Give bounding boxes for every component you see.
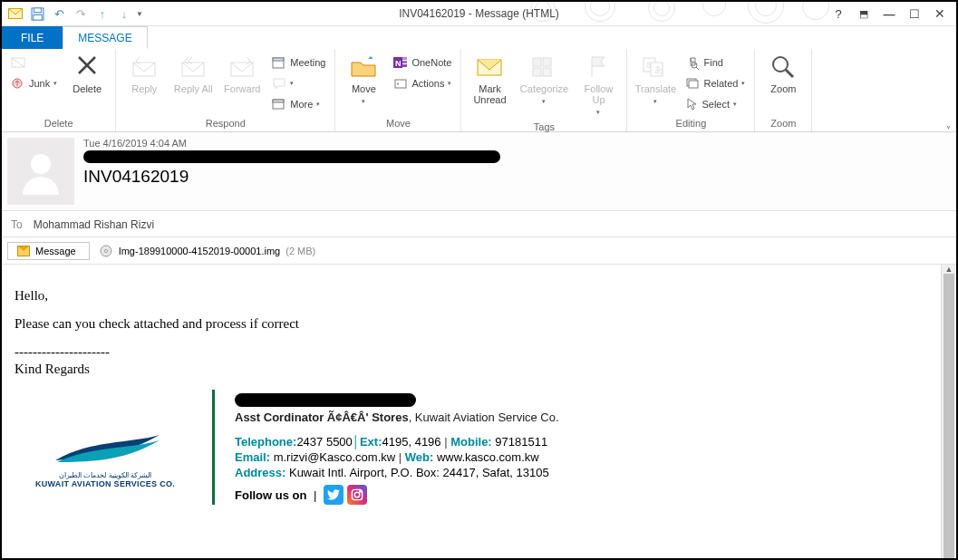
- im-button[interactable]: ▾: [268, 73, 329, 93]
- actions-button[interactable]: Actions▾: [390, 73, 455, 93]
- qat-customize-dropdown[interactable]: ▼: [136, 10, 143, 18]
- reply-all-icon: [179, 53, 208, 82]
- svg-line-37: [786, 70, 793, 77]
- next-icon[interactable]: ↓: [116, 5, 132, 22]
- onenote-button[interactable]: N OneNote: [390, 53, 455, 72]
- signature-divider: [212, 390, 215, 505]
- reply-label: Reply: [131, 83, 157, 94]
- svg-rect-26: [533, 68, 541, 76]
- redo-icon[interactable]: ↷: [73, 5, 89, 22]
- body-regards: Kind Regards: [15, 362, 928, 377]
- envelope-icon[interactable]: [7, 5, 24, 22]
- zoom-label: Zoom: [770, 83, 796, 94]
- collapse-ribbon-icon[interactable]: ˬ: [946, 118, 951, 128]
- ignore-button[interactable]: [7, 53, 61, 72]
- follow-up-label: Follow Up▾: [577, 83, 619, 118]
- titlebar: ↶ ↷ ↑ ↓ ▼ INV04162019 - Message (HTML) ?…: [2, 2, 956, 26]
- reply-button[interactable]: Reply: [121, 51, 167, 96]
- group-label-editing: Editing: [633, 116, 749, 131]
- svg-text:あ: あ: [654, 64, 663, 74]
- body-divider: ---------------------: [15, 344, 928, 360]
- svg-line-33: [696, 67, 699, 70]
- svg-rect-35: [689, 81, 698, 88]
- find-button[interactable]: Find: [682, 53, 749, 72]
- tab-message[interactable]: MESSAGE: [63, 26, 147, 49]
- group-label-respond: Respond: [121, 116, 329, 131]
- related-button[interactable]: Related▾: [682, 73, 749, 93]
- sig-company: , Kuwait Aviation Service Co.: [409, 410, 559, 424]
- disc-icon: [99, 244, 113, 258]
- categorize-button[interactable]: Categorize▾: [516, 51, 572, 109]
- outlook-message-window: ↶ ↷ ↑ ↓ ▼ INV04162019 - Message (HTML) ?…: [2, 2, 956, 558]
- minimize-icon[interactable]: —: [882, 6, 896, 21]
- svg-point-38: [31, 154, 51, 174]
- follow-up-icon: [584, 53, 613, 82]
- forward-icon: [227, 53, 256, 82]
- svg-point-36: [773, 57, 788, 72]
- attachment-bar: Message Img-189910000-4152019-00001.img …: [2, 237, 956, 265]
- reply-all-label: Reply All: [174, 83, 213, 94]
- save-icon[interactable]: [29, 5, 45, 22]
- ribbon-group-delete: Junk▾ Delete Delete: [2, 49, 116, 131]
- vertical-scrollbar[interactable]: ▲ ▼: [941, 265, 956, 558]
- translate-button[interactable]: aあ Translate▾: [633, 51, 678, 109]
- message-from: [83, 150, 949, 163]
- zoom-button[interactable]: Zoom: [760, 51, 806, 96]
- ribbon-display-icon[interactable]: ⬒: [856, 6, 871, 21]
- web-label: Web:: [405, 450, 434, 464]
- forward-label: Forward: [224, 83, 260, 94]
- junk-label: Junk: [29, 78, 50, 89]
- related-label: Related: [703, 78, 738, 89]
- move-label: Move▾: [352, 83, 376, 107]
- message-subject: INV04162019: [83, 167, 949, 187]
- reply-icon: [130, 53, 159, 82]
- twitter-icon[interactable]: [324, 485, 344, 505]
- translate-icon: aあ: [641, 53, 670, 82]
- window-controls: ? ⬒ — ☐ ✕: [831, 6, 956, 21]
- tab-file[interactable]: FILE: [2, 26, 63, 49]
- signature-details: Asst Cordinator Ã¢Â€Â' Stores, Kuwait Av…: [231, 390, 559, 505]
- message-date: Tue 4/16/2019 4:04 AM: [83, 138, 949, 149]
- move-button[interactable]: Move▾: [341, 51, 386, 109]
- svg-rect-20: [402, 64, 407, 67]
- junk-button[interactable]: Junk▾: [7, 73, 61, 93]
- svg-rect-21: [395, 80, 406, 88]
- move-icon: [349, 53, 378, 82]
- logo-caption: KUWAIT AVIATION SERVICES CO.: [35, 479, 175, 488]
- zoom-icon: [769, 53, 798, 82]
- svg-rect-24: [533, 58, 541, 66]
- ext-label: Ext:: [360, 435, 382, 449]
- mobile-label: Mobile:: [450, 435, 492, 449]
- message-tab[interactable]: Message: [7, 242, 90, 260]
- close-icon[interactable]: ✕: [933, 6, 947, 21]
- mobile-value: 97181511: [492, 435, 547, 449]
- help-icon[interactable]: ?: [831, 6, 846, 21]
- ribbon-tabs: FILE MESSAGE: [2, 26, 956, 49]
- svg-rect-18: [402, 57, 407, 60]
- delete-button[interactable]: Delete: [64, 51, 110, 96]
- mark-unread-button[interactable]: Mark Unread: [467, 51, 512, 107]
- more-label: More: [290, 99, 313, 110]
- meeting-button[interactable]: Meeting: [268, 53, 329, 72]
- select-button[interactable]: Select▾: [682, 94, 749, 114]
- reply-all-button[interactable]: Reply All: [170, 51, 216, 96]
- instagram-icon[interactable]: [347, 485, 367, 505]
- scroll-up-icon[interactable]: ▲: [942, 265, 956, 274]
- message-body: Hello, Please can you check attached and…: [2, 265, 941, 558]
- attachment-item[interactable]: Img-189910000-4152019-00001.img (2 MB): [99, 244, 316, 258]
- decorative-swirls: [521, 2, 884, 29]
- scroll-thumb[interactable]: [943, 274, 954, 558]
- follow-up-button[interactable]: Follow Up▾: [576, 51, 621, 120]
- svg-rect-3: [33, 14, 41, 20]
- attachment-size: (2 MB): [285, 246, 315, 256]
- svg-point-43: [360, 491, 361, 492]
- message-header: Tue 4/16/2019 4:04 AM INV04162019: [2, 132, 956, 211]
- more-respond-button[interactable]: More▾: [268, 94, 329, 114]
- svg-point-22: [397, 83, 399, 85]
- forward-button[interactable]: Forward: [219, 51, 265, 96]
- undo-icon[interactable]: ↶: [51, 5, 67, 22]
- previous-icon[interactable]: ↑: [94, 5, 111, 22]
- maximize-icon[interactable]: ☐: [907, 6, 922, 21]
- sender-avatar: [7, 138, 74, 205]
- group-label-move: Move: [341, 116, 455, 131]
